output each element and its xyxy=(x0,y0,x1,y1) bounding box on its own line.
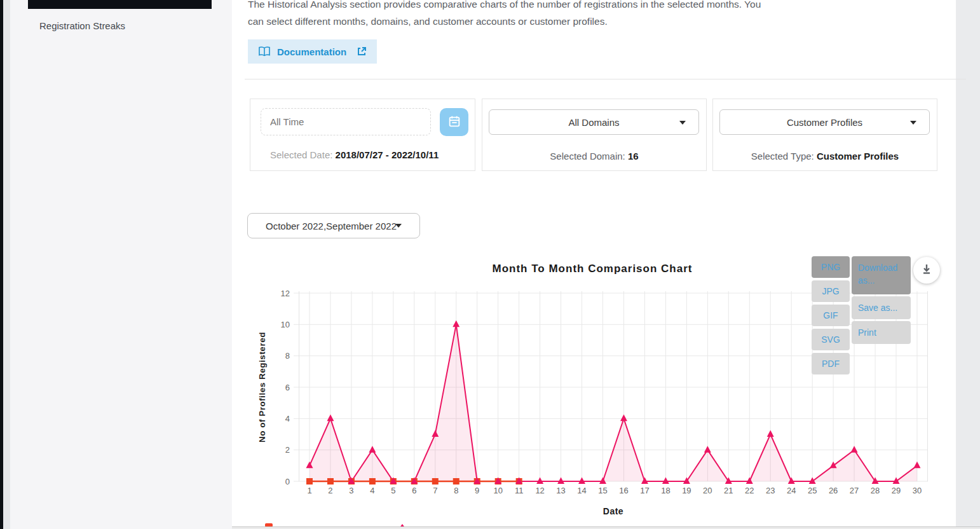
export-action-save-as[interactable]: Save as... xyxy=(852,296,911,319)
chart-download-button[interactable] xyxy=(913,257,940,284)
svg-text:8: 8 xyxy=(285,351,290,361)
svg-text:16: 16 xyxy=(619,486,628,495)
export-action-download-as[interactable]: Download as... xyxy=(852,256,911,294)
svg-text:13: 13 xyxy=(556,486,565,495)
svg-text:4: 4 xyxy=(285,414,290,423)
chart-point-september xyxy=(767,430,774,437)
svg-text:6: 6 xyxy=(285,383,290,392)
svg-text:27: 27 xyxy=(850,486,859,495)
chart-point-october xyxy=(306,478,313,484)
svg-text:26: 26 xyxy=(829,486,838,495)
viewport-bottom-edge xyxy=(232,526,980,529)
svg-text:17: 17 xyxy=(640,486,649,495)
chart-point-september xyxy=(620,415,627,422)
svg-text:25: 25 xyxy=(808,486,817,495)
svg-text:11: 11 xyxy=(515,486,524,495)
documentation-label: Documentation xyxy=(277,46,346,57)
svg-text:12: 12 xyxy=(281,289,290,298)
calendar-icon xyxy=(447,114,461,130)
book-icon xyxy=(258,46,271,57)
export-format-jpg[interactable]: JPG xyxy=(812,280,850,302)
svg-text:23: 23 xyxy=(766,486,775,495)
download-icon xyxy=(920,263,933,278)
svg-text:19: 19 xyxy=(682,486,691,495)
intro-text: The Historical Analysis section provides… xyxy=(248,0,972,30)
chart-point-september xyxy=(369,446,376,453)
svg-text:9: 9 xyxy=(475,486,479,495)
date-range-input[interactable] xyxy=(261,108,431,135)
svg-text:24: 24 xyxy=(787,486,796,495)
svg-text:22: 22 xyxy=(745,486,754,495)
external-link-icon xyxy=(357,46,367,57)
chart-point-october xyxy=(432,478,439,484)
type-dropdown-label: Customer Profiles xyxy=(787,117,862,128)
sidebar-item-registration-streaks[interactable]: Registration Streaks xyxy=(39,20,125,31)
export-format-pdf[interactable]: PDF xyxy=(812,353,850,374)
selected-date-row: Selected Date: 2018/07/27 - 2022/10/11 xyxy=(270,149,439,160)
svg-text:Month To Month Comparison Char: Month To Month Comparison Chart xyxy=(493,263,693,275)
selected-type-label: Selected Type: xyxy=(751,151,814,161)
svg-text:28: 28 xyxy=(871,486,880,495)
chevron-down-icon xyxy=(910,121,916,125)
intro-line-1: The Historical Analysis section provides… xyxy=(248,0,972,13)
svg-text:15: 15 xyxy=(598,486,607,495)
svg-text:14: 14 xyxy=(577,486,586,495)
selected-domain-row: Selected Domain: 16 xyxy=(482,151,707,161)
export-format-svg[interactable]: SVG xyxy=(812,329,850,350)
svg-text:4: 4 xyxy=(370,486,374,495)
domain-dropdown[interactable]: All Domains xyxy=(489,109,699,135)
chart-point-september xyxy=(536,477,543,484)
selected-date-label: Selected Date: xyxy=(270,149,332,160)
chevron-down-icon xyxy=(395,224,402,228)
svg-text:8: 8 xyxy=(454,486,458,495)
chart-point-october xyxy=(369,478,376,484)
chart-point-october xyxy=(453,478,459,484)
type-dropdown[interactable]: Customer Profiles xyxy=(719,109,930,135)
domain-dropdown-label: All Domains xyxy=(568,117,619,128)
selected-domain-value: 16 xyxy=(628,151,639,161)
selected-date-value: 2018/07/27 - 2022/10/11 xyxy=(336,149,439,160)
export-format-gif[interactable]: GIF xyxy=(812,305,850,326)
chart-point-september xyxy=(704,446,711,453)
sidebar xyxy=(10,0,232,529)
selected-domain-label: Selected Domain: xyxy=(550,151,625,161)
month-selector[interactable]: October 2022,September 2022 xyxy=(247,213,420,238)
month-selector-value: October 2022,September 2022 xyxy=(266,221,397,231)
chart-point-september xyxy=(913,462,920,469)
selected-type-row: Selected Type: Customer Profiles xyxy=(712,151,937,161)
svg-text:6: 6 xyxy=(412,486,416,495)
svg-text:1: 1 xyxy=(307,486,311,495)
svg-text:30: 30 xyxy=(913,486,922,495)
chart-point-september xyxy=(327,415,334,422)
svg-text:2: 2 xyxy=(328,486,332,495)
documentation-button[interactable]: Documentation xyxy=(248,39,377,64)
export-format-menu: PNGJPGGIFSVGPDF xyxy=(812,256,850,374)
chart-point-september xyxy=(557,477,564,484)
svg-text:20: 20 xyxy=(703,486,712,495)
left-edge-gutter xyxy=(3,0,10,529)
svg-text:2: 2 xyxy=(285,445,290,455)
svg-text:29: 29 xyxy=(892,486,901,495)
chart-point-september xyxy=(662,477,669,484)
export-action-menu: Download as...Save as...Print xyxy=(852,256,911,344)
svg-text:0: 0 xyxy=(285,477,290,486)
svg-text:3: 3 xyxy=(349,486,353,495)
export-format-png[interactable]: PNG xyxy=(812,256,850,278)
sidebar-item-active[interactable] xyxy=(28,0,212,9)
svg-text:Date: Date xyxy=(603,506,623,516)
historical-analysis-page: Registration Streaks The Historical Anal… xyxy=(0,0,980,529)
chevron-down-icon xyxy=(679,121,686,125)
svg-text:18: 18 xyxy=(661,486,670,495)
svg-text:21: 21 xyxy=(724,486,733,495)
calendar-button[interactable] xyxy=(440,108,468,136)
svg-text:12: 12 xyxy=(535,486,544,495)
chart-point-october xyxy=(327,478,334,484)
selected-type-value: Customer Profiles xyxy=(817,151,899,161)
chart-point-september xyxy=(453,320,459,327)
chart-point-september xyxy=(578,477,585,484)
export-action-print[interactable]: Print xyxy=(852,321,911,344)
intro-line-2: can select different months, domains, an… xyxy=(248,13,972,30)
section-divider xyxy=(245,79,966,79)
svg-text:10: 10 xyxy=(493,486,502,495)
svg-text:No of Profiles Registered: No of Profiles Registered xyxy=(257,332,267,443)
